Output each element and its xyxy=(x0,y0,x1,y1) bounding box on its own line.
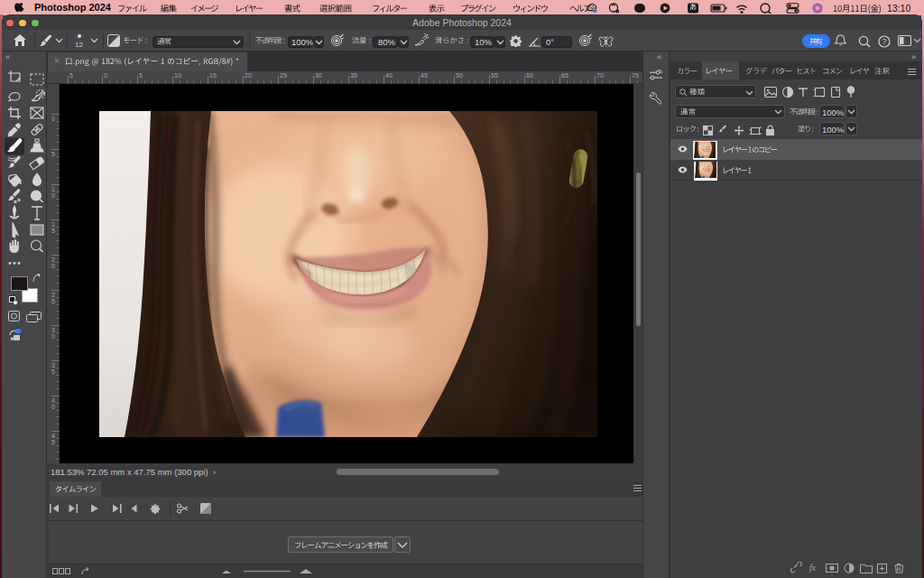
svg-text:?: ? xyxy=(882,37,887,46)
svg-text:fx: fx xyxy=(809,563,817,573)
